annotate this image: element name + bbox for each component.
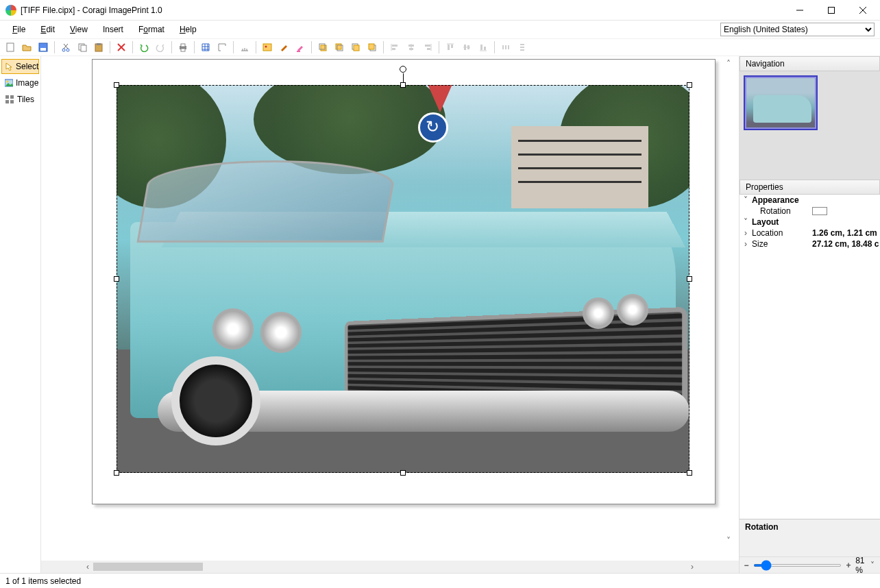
tool-panel: Select Image Tiles xyxy=(0,56,41,573)
bring-front-icon[interactable] xyxy=(315,40,330,55)
prop-rotation[interactable]: Rotation xyxy=(740,206,880,217)
resize-handle-sw[interactable] xyxy=(114,470,119,476)
redo-icon[interactable] xyxy=(153,40,168,55)
prop-location[interactable]: › Location 1.26 cm, 1.21 cm xyxy=(740,228,880,238)
image-icon xyxy=(5,78,13,88)
resize-handle-n[interactable] xyxy=(400,82,406,88)
cursor-icon xyxy=(5,62,13,71)
svg-point-7 xyxy=(62,49,65,51)
svg-rect-39 xyxy=(408,45,414,47)
distribute-v-icon[interactable] xyxy=(515,40,530,55)
cut-icon[interactable] xyxy=(58,40,73,55)
rotation-section: Rotation xyxy=(740,519,880,556)
grid-icon[interactable] xyxy=(198,40,213,55)
undo-icon[interactable] xyxy=(136,40,151,55)
tool-image[interactable]: Image xyxy=(1,75,39,90)
tool-tiles[interactable]: Tiles xyxy=(1,92,39,107)
delete-icon[interactable] xyxy=(114,40,129,55)
open-icon[interactable] xyxy=(19,40,34,55)
prop-size[interactable]: › Size 27.12 cm, 18.48 cm xyxy=(740,238,880,249)
maximize-button[interactable] xyxy=(816,0,847,21)
scroll-up-icon[interactable]: ˄ xyxy=(726,59,737,69)
app-icon xyxy=(5,5,16,16)
prop-group-appearance[interactable]: ˅ Appearance xyxy=(740,195,880,206)
chevron-down-icon: ˅ xyxy=(741,195,750,205)
main-area: Select Image Tiles xyxy=(0,56,880,573)
scroll-track[interactable] xyxy=(93,561,687,572)
align-right-icon[interactable] xyxy=(420,40,435,55)
menu-help[interactable]: Help xyxy=(173,23,204,36)
distribute-h-icon[interactable] xyxy=(498,40,513,55)
highlighter-icon[interactable] xyxy=(293,40,308,55)
svg-rect-57 xyxy=(520,47,524,48)
resize-handle-w[interactable] xyxy=(114,276,119,282)
copy-icon[interactable] xyxy=(75,40,90,55)
resize-handle-s[interactable] xyxy=(400,470,406,476)
new-icon[interactable] xyxy=(3,40,18,55)
selected-image[interactable] xyxy=(117,85,689,473)
menu-edit[interactable]: Edit xyxy=(34,23,62,36)
menu-view[interactable]: View xyxy=(63,23,95,36)
minimize-button[interactable] xyxy=(784,0,816,21)
scroll-down-icon[interactable]: ˅ xyxy=(726,536,737,546)
svg-rect-48 xyxy=(464,45,466,50)
align-left-icon[interactable] xyxy=(387,40,402,55)
navigation-header[interactable]: Navigation xyxy=(740,56,880,71)
horizontal-scrollbar[interactable]: ‹ › xyxy=(41,561,739,573)
send-back-icon[interactable] xyxy=(365,40,380,55)
scroll-thumb[interactable] xyxy=(93,563,203,571)
zoom-in-icon[interactable]: + xyxy=(846,561,851,570)
align-center-h-icon[interactable] xyxy=(404,40,419,55)
align-bottom-icon[interactable] xyxy=(476,40,491,55)
resize-handle-nw[interactable] xyxy=(114,82,119,88)
align-top-icon[interactable] xyxy=(443,40,458,55)
align-middle-icon[interactable] xyxy=(459,40,474,55)
svg-rect-40 xyxy=(409,48,413,50)
send-backward-icon[interactable] xyxy=(348,40,363,55)
properties-body: ˅ Appearance Rotation ˅ Layout › Locatio… xyxy=(740,195,880,519)
svg-rect-1 xyxy=(829,7,835,13)
paste-icon[interactable] xyxy=(91,40,106,55)
svg-rect-24 xyxy=(263,44,271,51)
rotation-value-box[interactable] xyxy=(812,207,827,215)
scroll-right-icon[interactable]: › xyxy=(687,561,698,572)
save-icon[interactable] xyxy=(36,40,51,55)
ruler-icon[interactable] xyxy=(215,40,230,55)
scroll-left-icon[interactable]: ‹ xyxy=(82,561,93,572)
svg-rect-55 xyxy=(508,45,509,49)
canvas-viewport[interactable]: ˄ ˅ xyxy=(41,56,739,561)
language-select[interactable]: English (United States) xyxy=(720,23,875,36)
menu-format[interactable]: Format xyxy=(132,23,171,36)
rotation-section-header[interactable]: Rotation xyxy=(740,519,880,535)
rotation-handle[interactable] xyxy=(400,66,406,73)
title-bar: [TIFF File.cipx] - Coragi ImagePrint 1.0 xyxy=(0,0,880,21)
zoom-slider[interactable] xyxy=(753,564,842,567)
close-button[interactable] xyxy=(847,0,879,21)
status-text: 1 of 1 items selected xyxy=(5,576,81,586)
prop-group-layout[interactable]: ˅ Layout xyxy=(740,217,880,228)
right-panel: Navigation Properties ˅ Appearance Rotat… xyxy=(739,56,880,573)
page-thumbnail[interactable] xyxy=(744,75,818,130)
zoom-dropdown-icon[interactable]: ˅ xyxy=(870,561,876,570)
bring-forward-icon[interactable] xyxy=(332,40,347,55)
menu-file[interactable]: File xyxy=(5,23,32,36)
svg-rect-53 xyxy=(502,45,504,49)
toolbar xyxy=(0,38,880,56)
color-icon[interactable] xyxy=(276,40,291,55)
properties-header[interactable]: Properties xyxy=(740,180,880,195)
resize-handle-se[interactable] xyxy=(687,470,692,476)
image-content xyxy=(117,85,689,473)
zoom-out-icon[interactable]: − xyxy=(744,561,749,570)
vertical-scroll[interactable]: ˄ ˅ xyxy=(726,59,737,546)
resize-handle-ne[interactable] xyxy=(687,82,692,88)
insert-image-icon[interactable] xyxy=(260,40,275,55)
svg-rect-27 xyxy=(321,45,326,51)
snap-icon[interactable] xyxy=(237,40,252,55)
menu-insert[interactable]: Insert xyxy=(96,23,130,36)
print-icon[interactable] xyxy=(175,40,191,55)
tool-select[interactable]: Select xyxy=(1,59,39,74)
resize-handle-e[interactable] xyxy=(687,276,692,282)
language-selector[interactable]: English (United States) xyxy=(720,23,875,36)
svg-rect-42 xyxy=(425,45,430,47)
svg-rect-29 xyxy=(336,44,341,49)
